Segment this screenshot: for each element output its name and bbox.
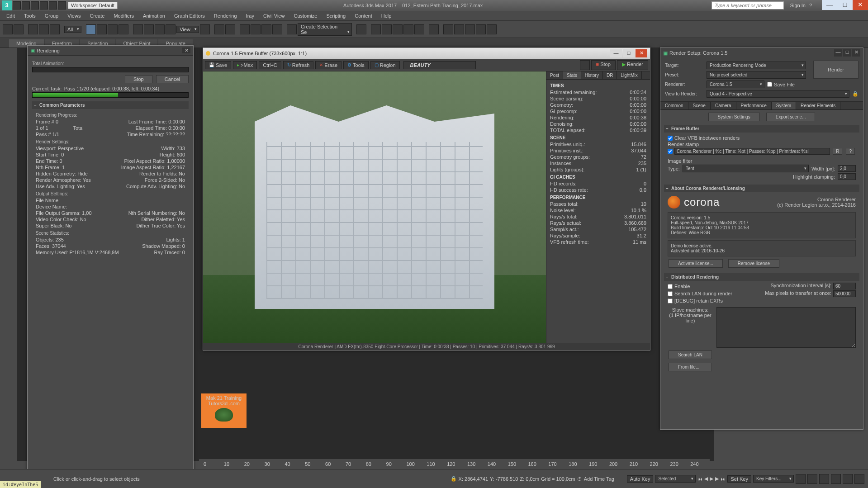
x-coord[interactable]: X: 2864,4741 xyxy=(459,476,488,482)
rs-tab-camera[interactable]: Camera xyxy=(711,102,736,109)
rs-tab-scene[interactable]: Scene xyxy=(688,102,711,109)
fb-close[interactable]: ✕ xyxy=(636,49,647,57)
system-settings-button[interactable]: System Settings xyxy=(708,113,760,121)
rs-close[interactable]: ✕ xyxy=(852,49,860,57)
fb-tab-stats[interactable]: Stats xyxy=(563,71,581,79)
framebuffer-rollout[interactable]: Frame Buffer xyxy=(664,125,859,133)
timeline-ruler[interactable]: 0102030405060708090100110120130140150160… xyxy=(199,459,710,469)
menu-modifiers[interactable]: Modifiers xyxy=(110,12,138,19)
qat-new-icon[interactable] xyxy=(13,1,21,9)
maxpx-input[interactable] xyxy=(833,290,856,297)
y-coord[interactable]: Y: -7786,510 xyxy=(490,476,518,482)
add-time-tag[interactable]: Add Time Tag xyxy=(584,476,614,482)
maxscript-listener[interactable]: id:#eyeInTheS xyxy=(0,481,41,488)
qat-redo-icon[interactable] xyxy=(49,1,57,9)
render-button[interactable]: Render xyxy=(813,61,859,79)
clear-vfb-check[interactable]: Clear VFB inbetween renders xyxy=(668,134,856,142)
stamp-help-button[interactable]: ? xyxy=(846,148,855,155)
stop-button[interactable]: Stop xyxy=(125,75,152,83)
fb-tab-dr[interactable]: DR xyxy=(603,71,617,79)
move-icon[interactable] xyxy=(133,24,143,34)
zoom-extents-icon[interactable] xyxy=(843,474,853,484)
pan-icon[interactable] xyxy=(807,474,817,484)
debug-check[interactable]: [DEBUG] retain EXRs xyxy=(668,297,761,304)
fb-tab-lightmix[interactable]: LightMix xyxy=(617,71,641,79)
orbit-icon[interactable] xyxy=(819,474,829,484)
os-close[interactable]: ✕ xyxy=(853,0,868,10)
link-icon[interactable] xyxy=(28,24,38,34)
mirror-icon[interactable] xyxy=(356,24,366,34)
select-name-icon[interactable] xyxy=(97,24,107,34)
common-params-rollout[interactable]: Common Parameters xyxy=(32,101,189,109)
fb-ctrlc-button[interactable]: Ctrl+C xyxy=(259,61,281,69)
maximize-viewport-icon[interactable] xyxy=(854,474,864,484)
qat-open-icon[interactable] xyxy=(22,1,30,9)
render-iray-icon[interactable] xyxy=(476,24,486,34)
keyboard-icon[interactable] xyxy=(225,24,235,34)
menu-tools[interactable]: Tools xyxy=(20,12,39,19)
fb-tab-post[interactable]: Post xyxy=(546,71,563,79)
select-rect-icon[interactable] xyxy=(108,24,118,34)
prev-frame-icon[interactable]: ◀ xyxy=(704,476,708,482)
align-icon[interactable] xyxy=(371,24,381,34)
goto-start-icon[interactable]: ⏮ xyxy=(697,476,702,482)
preset-dropdown[interactable]: No preset selected xyxy=(707,71,806,79)
menu-help[interactable]: Help xyxy=(378,12,395,19)
manipulate-icon[interactable] xyxy=(214,24,224,34)
corona-renderer-check[interactable] xyxy=(668,148,673,155)
selection-filter-dropdown[interactable]: All xyxy=(64,26,81,33)
percent-snap-icon[interactable] xyxy=(261,24,271,34)
view-dropdown[interactable]: Quad 4 - Perspective xyxy=(707,90,849,98)
undo-icon[interactable] xyxy=(3,24,13,34)
searchlan-check[interactable]: Search LAN during render xyxy=(668,290,761,297)
menu-grapheditors[interactable]: Graph Editors xyxy=(171,12,209,19)
menu-civilview[interactable]: Civil View xyxy=(260,12,288,19)
fb-pass-dropdown[interactable]: BEAUTY xyxy=(403,61,476,69)
stamp-r-button[interactable]: R xyxy=(833,148,842,155)
rs-tab-system[interactable]: System xyxy=(772,102,796,109)
help-icon[interactable]: ? xyxy=(809,3,812,8)
enable-check[interactable]: Enable xyxy=(668,283,761,290)
keymode-dropdown[interactable]: Selected xyxy=(655,475,696,483)
time-tag-icon[interactable]: ⏱ xyxy=(577,476,582,482)
rs-minimize[interactable]: — xyxy=(834,49,842,57)
angle-snap-icon[interactable] xyxy=(251,24,261,34)
menu-scripting[interactable]: Scripting xyxy=(323,12,349,19)
menu-views[interactable]: Views xyxy=(64,12,84,19)
searchlan-button[interactable]: Search LAN xyxy=(669,351,712,359)
target-dropdown[interactable]: Production Rendering Mode xyxy=(707,62,806,69)
menu-group[interactable]: Group xyxy=(41,12,62,19)
qat-save-icon[interactable] xyxy=(31,1,39,9)
fb-region-button[interactable]: ▢Region xyxy=(370,61,400,69)
rs-tab-common[interactable]: Common xyxy=(660,102,688,109)
renderstamp-input[interactable] xyxy=(674,148,830,155)
export-scene-button[interactable]: Export scene... xyxy=(766,113,816,121)
rs-maximize[interactable]: □ xyxy=(843,49,851,57)
rendered-frame-icon[interactable] xyxy=(454,24,464,34)
qat-undo-icon[interactable] xyxy=(40,1,48,9)
sync-input[interactable] xyxy=(833,283,856,289)
toggle-ribbon-icon[interactable] xyxy=(393,24,403,34)
fb-tomax-button[interactable]: ▸>Max xyxy=(233,61,257,69)
fb-render-button[interactable]: Render xyxy=(617,60,648,70)
render-prod-icon[interactable] xyxy=(465,24,475,34)
signin-button[interactable]: Sign In xyxy=(790,3,806,8)
fb-save-button[interactable]: 💾Save xyxy=(205,61,231,69)
unlink-icon[interactable] xyxy=(39,24,49,34)
fb-tab-history[interactable]: History xyxy=(581,71,603,79)
menu-animation[interactable]: Animation xyxy=(139,12,169,19)
fb-minimize[interactable]: — xyxy=(610,49,622,57)
redo-icon[interactable] xyxy=(14,24,24,34)
menu-customize[interactable]: Customize xyxy=(290,12,321,19)
activate-license-button[interactable]: Activate license... xyxy=(669,259,723,268)
spinner-snap-icon[interactable] xyxy=(272,24,282,34)
help-search-input[interactable] xyxy=(711,1,784,9)
about-rollout[interactable]: About Corona Renderer/Licensing xyxy=(664,185,859,192)
fb-refresh-button[interactable]: ↻Refresh xyxy=(283,61,314,69)
filter-width-input[interactable] xyxy=(838,165,856,172)
renderer-dropdown[interactable]: Corona 1.5 xyxy=(707,81,764,88)
curve-editor-icon[interactable] xyxy=(403,24,413,34)
lock-selection-icon[interactable]: 🔒 xyxy=(451,476,457,482)
fb-tools-button[interactable]: ⚙Tools xyxy=(343,61,369,69)
named-selection-dropdown[interactable]: Create Selection Se xyxy=(298,23,352,36)
